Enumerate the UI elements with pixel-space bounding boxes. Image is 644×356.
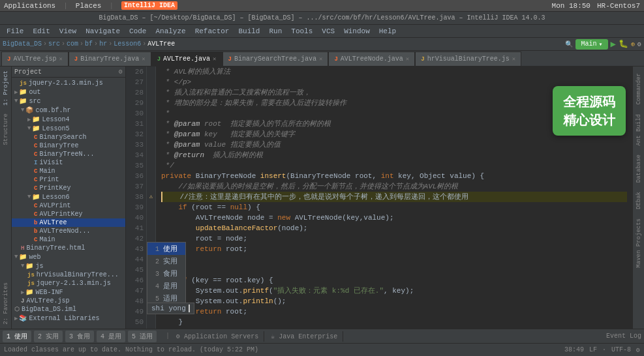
tree-item-binarytree-html[interactable]: H BinaryTree.html (12, 244, 125, 252)
tree-item-bigdata-iml[interactable]: ⬡ BigData_DS.iml (12, 305, 125, 314)
bottom-tab-app-servers[interactable]: ⚙ Application Servers (171, 331, 264, 342)
autocomplete-item-4[interactable]: 4是用 (147, 280, 185, 292)
autocomplete-item-1[interactable]: 1使用 (147, 243, 185, 255)
menu-tools[interactable]: Tools (287, 26, 316, 37)
tree-item-avlprint[interactable]: C AVLPrint (12, 201, 125, 210)
tree-item-jquery-web[interactable]: js jquery-2.1.3.min.js (12, 279, 125, 288)
close-icon[interactable]: ✕ (142, 55, 145, 63)
tree-item-src[interactable]: ▼ 📁 src (12, 96, 125, 106)
right-panel-commander[interactable]: Commander (634, 69, 643, 109)
tree-item-binarysearch[interactable]: C BinarySearch (12, 133, 125, 141)
tree-item-print[interactable]: C Print (12, 175, 125, 184)
run-config-button[interactable]: Main ▾ (575, 39, 607, 50)
close-icon[interactable]: ✕ (406, 55, 409, 63)
menu-view[interactable]: View (55, 26, 80, 37)
java-icon: C (34, 185, 37, 192)
sidebar-tree: js jquery-2.1.3.min.js ▶ 📁 out ▼ 📁 src ▼… (12, 78, 125, 329)
tree-item-printkey[interactable]: C PrintKey (12, 184, 125, 192)
java-file-icon: J (228, 56, 232, 63)
bottom-tab-2[interactable]: 2 实用 (34, 331, 63, 342)
run-button[interactable]: ▶ (611, 38, 616, 50)
tree-item-js[interactable]: ▼ 📁 js (12, 261, 125, 271)
menu-build[interactable]: Build (234, 26, 264, 37)
debug-button[interactable]: 🐛 (619, 39, 628, 49)
tree-item-avltreenod[interactable]: b AVLTreeNod... (12, 227, 125, 235)
intellij-menu[interactable]: IntelliJ IDEA (121, 1, 177, 10)
tree-item-ivisit[interactable]: I iVisit (12, 158, 125, 167)
menu-edit[interactable]: Edit (29, 26, 54, 37)
bottom-tab-1[interactable]: 1 使用 (3, 331, 31, 342)
menu-help[interactable]: Help (375, 26, 400, 37)
tree-item-binarytreen[interactable]: C BinaryTreeN... (12, 150, 125, 158)
tab-avltree-jsp[interactable]: J AVLTree.jsp ✕ (1, 52, 69, 66)
menu-window[interactable]: Window (340, 26, 374, 37)
tab-hrvisualbinarytree-js[interactable]: J hrVisualBinaryTree.js ✕ (415, 52, 521, 66)
tree-item-lesson4[interactable]: ▶ 📁 Lesson4 (12, 115, 125, 124)
bottom-tab-java-enterprise[interactable]: ☕ Java Enterprise (266, 331, 343, 342)
right-panel-debak[interactable]: DEbak (634, 188, 643, 213)
breadcrumb-avltree[interactable]: AVLTree (147, 40, 175, 48)
tab-binarytree-java[interactable]: J BinaryTree.java ✕ (69, 52, 151, 66)
right-panel-database[interactable]: Database (634, 151, 643, 186)
settings-icon[interactable]: ⚙ (637, 40, 641, 48)
bottom-tab-3[interactable]: 3 食用 (65, 331, 94, 342)
left-panel-project[interactable]: 1: Project (1, 67, 10, 110)
tree-item-out[interactable]: ▶ 📁 out (12, 87, 125, 96)
close-icon[interactable]: ✕ (59, 55, 62, 63)
breadcrumb-hr[interactable]: hr (99, 40, 107, 48)
menu-run[interactable]: Run (265, 26, 286, 37)
tree-item-avltree[interactable]: b AVLTree (12, 218, 125, 227)
breadcrumb-com[interactable]: com (67, 40, 78, 48)
tree-item-webinf[interactable]: ▶ 📁 WEB-INF (12, 288, 125, 297)
tree-item-lesson6[interactable]: ▼ 📁 Lesson6 (12, 192, 125, 201)
bottom-tab-4[interactable]: 4 是用 (97, 331, 125, 342)
applications-menu[interactable]: Applications (4, 2, 55, 10)
tree-item-external-libraries[interactable]: ▶ 📚 External Libraries (12, 314, 125, 323)
coverage-button[interactable]: ⊕ (631, 40, 635, 48)
breadcrumb-lesson6[interactable]: Lesson6 (114, 40, 141, 48)
code-line: * AVL树的插入算法 (161, 67, 627, 77)
right-panel-ant-build[interactable]: Ant Build (634, 110, 643, 150)
tree-item-main-l5[interactable]: C Main (12, 167, 125, 175)
close-icon[interactable]: ✕ (213, 55, 216, 63)
close-icon[interactable]: ✕ (319, 55, 322, 63)
menu-analyze[interactable]: Analyze (151, 26, 189, 37)
java-file-icon: J (334, 56, 337, 63)
tree-item-avltree-jsp[interactable]: J AVLTree.jsp (12, 297, 125, 305)
left-panel-structure[interactable]: Structure (1, 110, 10, 149)
tab-avltreenode-java[interactable]: J AVLTreeNode.java ✕ (328, 52, 415, 66)
tree-item-lesson5[interactable]: ▼ 📁 Lesson5 (12, 124, 125, 133)
java-icon: C (34, 237, 37, 243)
tab-binarysearchtree-java[interactable]: J BinarySearchTree.java ✕ (222, 52, 329, 66)
event-log-btn[interactable]: Event Log (606, 333, 641, 340)
breadcrumb-bf[interactable]: bf (85, 40, 93, 48)
line-num: 28 (129, 87, 144, 98)
autocomplete-item-2[interactable]: 2实用 (147, 255, 185, 267)
menu-navigate[interactable]: Navigate (82, 26, 124, 37)
menu-refactor[interactable]: Refactor (191, 26, 234, 37)
tab-avltree-java[interactable]: J AVLTree.java ✕ (151, 52, 222, 66)
places-menu[interactable]: Places (76, 2, 102, 10)
tree-item-jquery-top[interactable]: js jquery-2.1.3.min.js (12, 79, 125, 87)
menu-vcs[interactable]: VCS (318, 26, 339, 37)
autocomplete-input[interactable]: shi yong (147, 303, 194, 314)
search-everywhere-icon[interactable]: 🔍 (565, 40, 573, 48)
breadcrumb-src[interactable]: src (48, 40, 60, 48)
bottom-tab-5[interactable]: 5 适用 (128, 331, 157, 342)
right-panel-maven[interactable]: Maven Projects (634, 215, 643, 272)
left-panel-favorites[interactable]: 2: Favorites (1, 278, 10, 329)
tree-item-avlprintkey[interactable]: C AVLPrintKey (12, 210, 125, 218)
tree-item-binarytree[interactable]: C BinaryTree (12, 141, 125, 150)
menu-code[interactable]: Code (125, 26, 150, 37)
sidebar-settings-icon[interactable]: ⚙ (119, 68, 123, 76)
menu-file[interactable]: File (3, 26, 27, 37)
breadcrumb-project[interactable]: BigData_DS (3, 40, 42, 48)
tree-item-web[interactable]: ▼ 📁 web (12, 252, 125, 261)
tree-item-hrvisual[interactable]: js hrVisualBinaryTree... (12, 271, 125, 279)
tree-item-main-l6[interactable]: C Main (12, 235, 125, 244)
autocomplete-item-3[interactable]: 3食用 (147, 267, 185, 280)
tree-item-combfhr[interactable]: ▼ 📦 com.bf.hr (12, 106, 125, 115)
close-icon[interactable]: ✕ (512, 55, 515, 63)
editor-area[interactable]: 26 27 28 29 30 31 32 33 34 35 36 37 38 3… (126, 67, 632, 329)
main-menu: File Edit View Navigate Code Analyze Ref… (0, 25, 644, 38)
